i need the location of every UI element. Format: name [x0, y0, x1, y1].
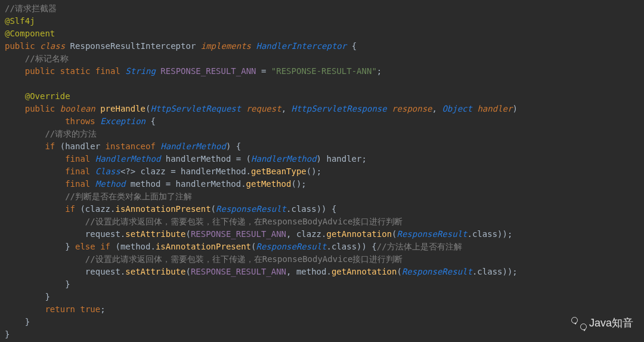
code-line: //标记名称	[5, 53, 639, 65]
code-line: @Component	[5, 27, 639, 40]
code-line: @Slf4j	[5, 15, 639, 27]
code-line: //判断是否在类对象上面加了注解	[5, 190, 639, 203]
code-line: }	[5, 328, 639, 341]
code-line: if (clazz.isAnnotationPresent(ResponseRe…	[5, 203, 639, 215]
code-line: }	[5, 316, 639, 328]
code-line: return true;	[5, 303, 639, 316]
code-line: //请求的方法	[5, 128, 639, 140]
code-line: }	[5, 278, 639, 291]
wechat-icon	[571, 317, 587, 330]
code-line: public static final String RESPONSE_RESU…	[5, 65, 639, 78]
code-line: final HandlerMethod handlerMethod = (Han…	[5, 153, 639, 165]
watermark: Java知音	[571, 315, 633, 331]
code-line: public class ResponseResultInterceptor i…	[5, 40, 639, 53]
code-editor: //请求拦截器 @Slf4j @Component public class R…	[5, 2, 639, 341]
code-line: @Override	[5, 90, 639, 103]
code-line: //请求拦截器	[5, 2, 639, 15]
code-line: request.setAttribute(RESPONSE_RESULT_ANN…	[5, 228, 639, 241]
watermark-text: Java知音	[589, 315, 633, 331]
code-line: final Class<?> clazz = handlerMethod.get…	[5, 165, 639, 178]
code-line: //设置此请求返回体，需要包装，往下传递，在ResponseBodyAdvice…	[5, 215, 639, 228]
code-line: if (handler instanceof HandlerMethod) {	[5, 140, 639, 153]
code-line: request.setAttribute(RESPONSE_RESULT_ANN…	[5, 266, 639, 278]
code-line: } else if (method.isAnnotationPresent(Re…	[5, 241, 639, 253]
code-line: final Method method = handlerMethod.getM…	[5, 178, 639, 190]
code-line: public boolean preHandle(HttpServletRequ…	[5, 103, 639, 115]
code-line: //设置此请求返回体，需要包装，往下传递，在ResponseBodyAdvice…	[5, 253, 639, 266]
code-line: throws Exception {	[5, 115, 639, 128]
code-line: }	[5, 291, 639, 303]
code-line	[5, 78, 639, 90]
